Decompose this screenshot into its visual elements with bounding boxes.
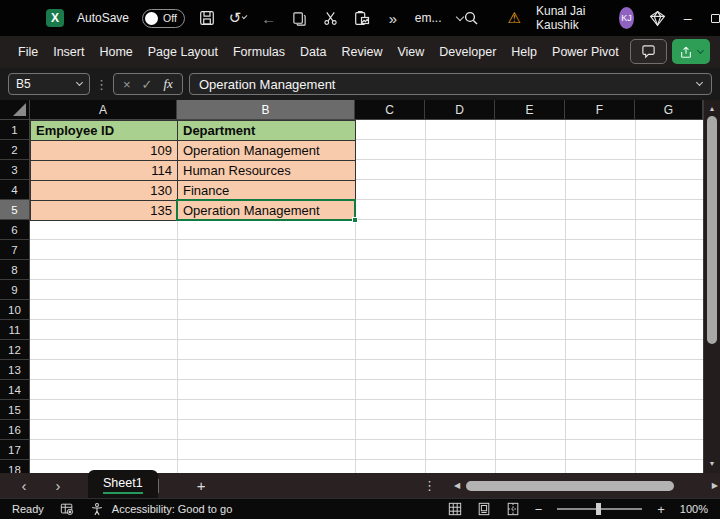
column-header-B[interactable]: B <box>177 100 355 120</box>
zoom-slider-handle[interactable] <box>596 503 601 515</box>
row-header-14[interactable]: 14 <box>0 380 30 400</box>
row-header-3[interactable]: 3 <box>0 160 30 180</box>
row-header-4[interactable]: 4 <box>0 180 30 200</box>
tab-power-pivot[interactable]: Power Pivot <box>552 45 619 59</box>
column-header-G[interactable]: G <box>635 100 703 120</box>
tab-insert[interactable]: Insert <box>53 45 84 59</box>
zoom-level[interactable]: 100% <box>680 503 708 515</box>
fill-handle[interactable] <box>352 217 358 223</box>
cell-B2[interactable]: Operation Management <box>178 141 356 161</box>
tab-data[interactable]: Data <box>300 45 326 59</box>
cell-B1[interactable]: Department <box>178 121 356 141</box>
name-box[interactable]: B5 <box>8 73 90 95</box>
row-header-10[interactable]: 10 <box>0 300 30 320</box>
row-header-16[interactable]: 16 <box>0 420 30 440</box>
macro-record-icon[interactable] <box>60 502 74 516</box>
search-icon[interactable] <box>463 9 479 27</box>
cell-A2[interactable]: 109 <box>31 141 178 161</box>
tab-formulas[interactable]: Formulas <box>233 45 285 59</box>
cut-icon[interactable] <box>322 9 340 27</box>
row-header-15[interactable]: 15 <box>0 400 30 420</box>
more-commands-icon[interactable]: » <box>384 9 402 27</box>
sheet-options-icon[interactable]: ⋮ <box>423 478 436 493</box>
share-button[interactable] <box>672 39 710 64</box>
user-name[interactable]: Kunal Jai Kaushik <box>536 4 604 32</box>
scroll-right-icon[interactable]: ▶ <box>712 481 718 490</box>
row-header-17[interactable]: 17 <box>0 440 30 460</box>
formula-input[interactable]: Operation Management <box>189 73 712 95</box>
tab-view[interactable]: View <box>397 45 424 59</box>
insert-function-icon[interactable]: fx <box>164 76 173 92</box>
select-all-corner[interactable] <box>0 100 30 120</box>
user-avatar[interactable]: KJ <box>619 7 635 29</box>
scroll-left-icon[interactable]: ◀ <box>454 481 460 490</box>
vertical-scrollbar-thumb[interactable] <box>707 116 717 344</box>
row-header-9[interactable]: 9 <box>0 280 30 300</box>
expand-formula-bar-chevron[interactable] <box>696 79 703 86</box>
column-header-D[interactable]: D <box>425 100 495 120</box>
redo-icon[interactable]: ← <box>260 9 278 27</box>
row-header-18[interactable]: 18 <box>0 460 30 473</box>
vertical-scrollbar[interactable]: ▲ ▼ <box>703 100 720 473</box>
warning-icon[interactable]: ⚠ <box>508 9 521 27</box>
undo-icon[interactable]: ↺ <box>229 9 247 27</box>
row-header-6[interactable]: 6 <box>0 220 30 240</box>
zoom-out-button[interactable]: − <box>535 502 543 517</box>
tab-home[interactable]: Home <box>99 45 132 59</box>
cell-B4[interactable]: Finance <box>178 181 356 201</box>
cell-B3[interactable]: Human Resources <box>178 161 356 181</box>
save-icon[interactable] <box>198 9 216 27</box>
cell-A3[interactable]: 114 <box>31 161 178 181</box>
tab-review[interactable]: Review <box>341 45 382 59</box>
comments-button[interactable] <box>630 39 667 64</box>
cell-A4[interactable]: 130 <box>31 181 178 201</box>
accessibility-icon[interactable] <box>90 502 104 516</box>
column-header-E[interactable]: E <box>495 100 565 120</box>
autosave-toggle[interactable]: Off <box>142 9 185 28</box>
enter-icon[interactable]: ✓ <box>142 77 153 92</box>
next-sheet-icon[interactable]: › <box>48 477 68 494</box>
zoom-in-button[interactable]: + <box>657 502 665 517</box>
gem-icon[interactable] <box>649 9 666 27</box>
page-layout-view-icon[interactable] <box>477 502 491 516</box>
row-header-1[interactable]: 1 <box>0 120 30 140</box>
share-dropdown-chevron[interactable] <box>697 46 704 53</box>
horizontal-scrollbar[interactable]: ◀ ▶ <box>454 473 718 498</box>
sheet-tab-sheet1[interactable]: Sheet1 <box>88 470 158 498</box>
row-header-8[interactable]: 8 <box>0 260 30 280</box>
cell-A1[interactable]: Employee ID <box>31 121 178 141</box>
normal-view-icon[interactable] <box>448 502 462 516</box>
row-header-5[interactable]: 5 <box>0 200 30 220</box>
zoom-slider[interactable] <box>557 508 642 510</box>
page-break-view-icon[interactable] <box>506 502 520 516</box>
horizontal-scrollbar-track[interactable] <box>464 481 708 491</box>
cancel-icon[interactable]: × <box>123 77 131 92</box>
tab-page-layout[interactable]: Page Layout <box>148 45 218 59</box>
row-header-2[interactable]: 2 <box>0 140 30 160</box>
tab-help[interactable]: Help <box>511 45 537 59</box>
copy-icon[interactable] <box>291 9 309 27</box>
paste-icon[interactable] <box>353 9 371 27</box>
document-name[interactable]: em... <box>415 11 442 25</box>
name-box-chevron[interactable] <box>76 79 83 86</box>
scroll-down-icon[interactable]: ▼ <box>704 457 720 471</box>
column-header-F[interactable]: F <box>565 100 635 120</box>
row-header-7[interactable]: 7 <box>0 240 30 260</box>
row-header-12[interactable]: 12 <box>0 340 30 360</box>
cells-canvas[interactable]: Employee ID Department 109 Operation Man… <box>30 120 703 473</box>
maximize-button[interactable] <box>709 14 720 23</box>
row-header-11[interactable]: 11 <box>0 320 30 340</box>
add-sheet-button[interactable]: + <box>197 477 206 494</box>
horizontal-scrollbar-thumb[interactable] <box>466 481 674 491</box>
tab-developer[interactable]: Developer <box>439 45 496 59</box>
cell-B5[interactable]: Operation Management <box>178 201 356 221</box>
scroll-up-icon[interactable]: ▲ <box>704 102 720 116</box>
tab-file[interactable]: File <box>18 45 38 59</box>
row-header-13[interactable]: 13 <box>0 360 30 380</box>
minimize-button[interactable]: – <box>681 10 694 26</box>
cell-A5[interactable]: 135 <box>31 201 178 221</box>
prev-sheet-icon[interactable]: ‹ <box>14 477 34 494</box>
undo-dropdown-chevron[interactable] <box>242 14 248 20</box>
column-header-A[interactable]: A <box>30 100 177 120</box>
column-header-C[interactable]: C <box>355 100 425 120</box>
